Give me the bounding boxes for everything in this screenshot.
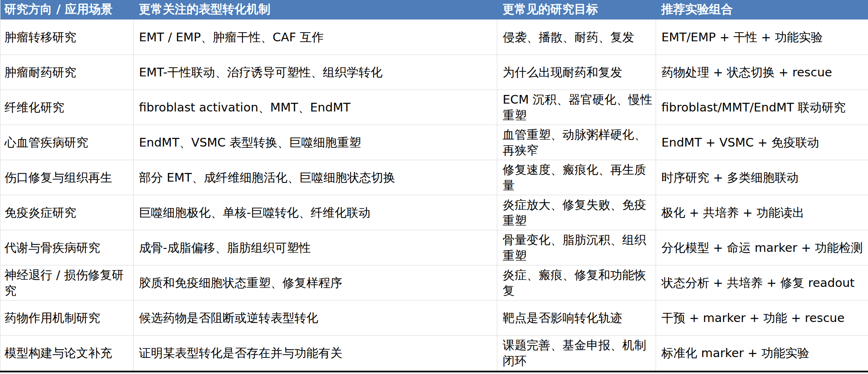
table-cell-goal: 侵袭、播散、耐药、复发 — [497, 20, 656, 55]
column-header-combo: 推荐实验组合 — [656, 0, 868, 20]
table-row: 肿瘤转移研究EMT / EMP、肿瘤干性、CAF 互作侵袭、播散、耐药、复发EM… — [0, 20, 868, 55]
table-cell-direction: 免疫炎症研究 — [0, 195, 134, 230]
table-cell-combo: 时序研究 + 多类细胞联动 — [656, 160, 868, 195]
table-cell-combo: 标准化 marker + 功能实验 — [656, 336, 868, 371]
research-mapping-table-container: 研究方向 / 应用场景 更常关注的表型转化机制 更常见的研究目标 推荐实验组合 … — [0, 0, 868, 372]
table-cell-combo: fibroblast/MMT/EndMT 联动研究 — [656, 90, 868, 125]
table-cell-mechanism: EMT / EMP、肿瘤干性、CAF 互作 — [134, 20, 497, 55]
table-row: 代谢与骨疾病研究成骨-成脂偏移、脂肪组织可塑性骨量变化、脂肪沉积、组织重塑分化模… — [0, 230, 868, 265]
table-cell-mechanism: fibroblast activation、MMT、EndMT — [134, 90, 497, 125]
column-header-mechanism: 更常关注的表型转化机制 — [134, 0, 497, 20]
table-cell-direction: 纤维化研究 — [0, 90, 134, 125]
table-cell-goal: 炎症、瘢痕、修复和功能恢复 — [497, 265, 656, 301]
table-cell-goal: 修复速度、瘢痕化、再生质量 — [497, 160, 656, 195]
table-row: 免疫炎症研究巨噬细胞极化、单核-巨噬转化、纤维化联动炎症放大、修复失败、免疫重塑… — [0, 195, 868, 230]
table-cell-combo: 分化模型 + 命运 marker + 功能检测 — [656, 230, 868, 265]
table-cell-direction: 药物作用机制研究 — [0, 301, 134, 336]
table-cell-mechanism: 候选药物是否阻断或逆转表型转化 — [134, 301, 497, 336]
table-cell-direction: 神经退行 / 损伤修复研究 — [0, 265, 134, 301]
column-header-direction: 研究方向 / 应用场景 — [0, 0, 134, 20]
table-cell-direction: 肿瘤耐药研究 — [0, 55, 134, 90]
table-cell-mechanism: 巨噬细胞极化、单核-巨噬转化、纤维化联动 — [134, 195, 497, 230]
table-header-row: 研究方向 / 应用场景 更常关注的表型转化机制 更常见的研究目标 推荐实验组合 — [0, 0, 868, 20]
table-row: 纤维化研究fibroblast activation、MMT、EndMTECM … — [0, 90, 868, 125]
table-cell-goal: 血管重塑、动脉粥样硬化、再狭窄 — [497, 125, 656, 160]
column-header-goal: 更常见的研究目标 — [497, 0, 656, 20]
table-cell-mechanism: 部分 EMT、成纤维细胞活化、巨噬细胞状态切换 — [134, 160, 497, 195]
table-row: 模型构建与论文补充证明某表型转化是否存在并与功能有关课题完善、基金申报、机制闭环… — [0, 336, 868, 371]
table-cell-combo: 状态分析 + 共培养 + 修复 readout — [656, 265, 868, 301]
table-cell-goal: ECM 沉积、器官硬化、慢性重塑 — [497, 90, 656, 125]
research-mapping-table: 研究方向 / 应用场景 更常关注的表型转化机制 更常见的研究目标 推荐实验组合 … — [0, 0, 868, 371]
table-cell-goal: 骨量变化、脂肪沉积、组织重塑 — [497, 230, 656, 265]
table-body: 肿瘤转移研究EMT / EMP、肿瘤干性、CAF 互作侵袭、播散、耐药、复发EM… — [0, 20, 868, 371]
table-row: 伤口修复与组织再生部分 EMT、成纤维细胞活化、巨噬细胞状态切换修复速度、瘢痕化… — [0, 160, 868, 195]
table-cell-goal: 炎症放大、修复失败、免疫重塑 — [497, 195, 656, 230]
table-cell-goal: 为什么出现耐药和复发 — [497, 55, 656, 90]
table-cell-combo: 极化 + 共培养 + 功能读出 — [656, 195, 868, 230]
table-row: 神经退行 / 损伤修复研究胶质和免疫细胞状态重塑、修复样程序炎症、瘢痕、修复和功… — [0, 265, 868, 301]
table-row: 心血管疾病研究EndMT、VSMC 表型转换、巨噬细胞重塑血管重塑、动脉粥样硬化… — [0, 125, 868, 160]
table-cell-combo: EndMT + VSMC + 免疫联动 — [656, 125, 868, 160]
table-cell-goal: 课题完善、基金申报、机制闭环 — [497, 336, 656, 371]
table-cell-goal: 靶点是否影响转化轨迹 — [497, 301, 656, 336]
table-cell-direction: 代谢与骨疾病研究 — [0, 230, 134, 265]
table-cell-mechanism: 成骨-成脂偏移、脂肪组织可塑性 — [134, 230, 497, 265]
table-cell-direction: 心血管疾病研究 — [0, 125, 134, 160]
table-cell-direction: 模型构建与论文补充 — [0, 336, 134, 371]
table-cell-mechanism: EMT-干性联动、治疗诱导可塑性、组织学转化 — [134, 55, 497, 90]
table-cell-combo: 干预 + marker + 功能 + rescue — [656, 301, 868, 336]
table-cell-mechanism: 胶质和免疫细胞状态重塑、修复样程序 — [134, 265, 497, 301]
table-cell-mechanism: EndMT、VSMC 表型转换、巨噬细胞重塑 — [134, 125, 497, 160]
table-row: 肿瘤耐药研究EMT-干性联动、治疗诱导可塑性、组织学转化为什么出现耐药和复发药物… — [0, 55, 868, 90]
table-cell-mechanism: 证明某表型转化是否存在并与功能有关 — [134, 336, 497, 371]
table-row: 药物作用机制研究候选药物是否阻断或逆转表型转化靶点是否影响转化轨迹干预 + ma… — [0, 301, 868, 336]
table-cell-direction: 肿瘤转移研究 — [0, 20, 134, 55]
table-cell-direction: 伤口修复与组织再生 — [0, 160, 134, 195]
table-cell-combo: EMT/EMP + 干性 + 功能实验 — [656, 20, 868, 55]
table-cell-combo: 药物处理 + 状态切换 + rescue — [656, 55, 868, 90]
